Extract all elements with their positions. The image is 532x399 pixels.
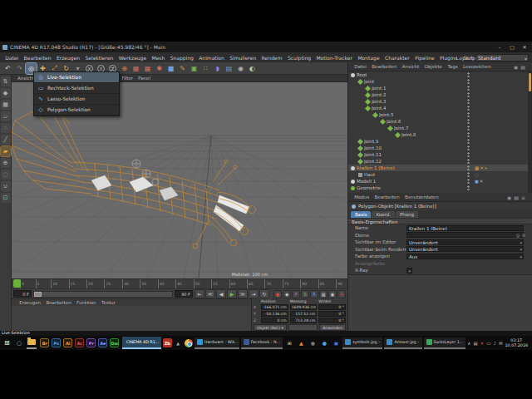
visibility-dots[interactable] <box>466 152 470 158</box>
blue-app-icon[interactable]: ● <box>319 340 329 346</box>
tray-chevron-icon[interactable]: ∧ <box>467 341 470 346</box>
viewport-menu-item[interactable]: Panel <box>135 76 153 81</box>
object-manager-menu-item[interactable]: Tags <box>445 64 461 69</box>
triangle-app-icon[interactable]: ▲ <box>296 340 306 346</box>
selection-menu-item[interactable]: ∿ Lasso-Selektion <box>34 94 119 105</box>
timeline-ruler[interactable]: 051015202530354045505560657075808590 <box>12 278 347 288</box>
menu-item[interactable]: Sculpting <box>285 55 313 61</box>
material-menu-item[interactable]: Erzeugen <box>17 300 43 305</box>
record-position-toggle[interactable]: P <box>292 290 300 298</box>
menu-item[interactable]: Bearbeiten <box>21 55 53 61</box>
menu-item[interactable]: Mesh <box>149 55 167 61</box>
file-explorer-button[interactable] <box>27 337 37 349</box>
object-tag-icon[interactable]: ✕ <box>480 165 484 171</box>
tree-row[interactable]: Root <box>348 71 532 78</box>
object-manager-menu-item[interactable]: Datei <box>352 64 369 69</box>
cortana-search-button[interactable]: ○ <box>14 337 25 349</box>
taskbar-clock[interactable]: 03:17 10.07.2016 <box>505 338 530 347</box>
redo-icon[interactable]: ↷ <box>14 63 25 74</box>
tree-row[interactable]: Joint.10 <box>348 145 532 151</box>
selection-menu-item[interactable]: ◎ Live-Selektion <box>34 72 119 83</box>
record-rotation-toggle[interactable]: R <box>310 290 318 298</box>
next-frame-button[interactable]: ≫ <box>238 289 248 298</box>
start-button[interactable]: ⊞ <box>2 337 12 349</box>
maximize-button[interactable]: ▢ <box>506 42 518 52</box>
viewport-menu-item[interactable]: Filter <box>119 76 135 81</box>
menu-item[interactable]: Motion-Tracker <box>313 55 355 61</box>
render-picture-viewer-icon[interactable]: ▦ <box>142 63 153 74</box>
volume-tray-icon[interactable]: ♪ <box>493 341 496 346</box>
am-history-icon[interactable]: ◉ <box>507 195 511 200</box>
end-frame-field[interactable]: 90 F <box>175 290 193 298</box>
minimize-button[interactable]: – <box>494 42 505 52</box>
subdivision-surface-icon[interactable]: ▣ <box>189 63 200 74</box>
object-manager-menu-item[interactable]: Objekte <box>421 64 445 69</box>
quantize-icon[interactable]: ⊡ <box>1 193 11 203</box>
menu-item[interactable]: Datei <box>2 55 21 61</box>
visibility-dots[interactable] <box>466 112 470 118</box>
tree-row[interactable]: Joint.5 <box>348 111 532 118</box>
taskbar-window-symbole[interactable]: symbole.jpg – <box>342 337 382 349</box>
coordinate-system-icon[interactable]: ⊕ <box>119 63 130 74</box>
tree-row[interactable]: Joint.2 <box>348 91 532 98</box>
snap-icon[interactable]: ∪ <box>1 181 11 191</box>
visibility-dots[interactable] <box>466 139 470 145</box>
camera-icon[interactable]: ◉ <box>235 63 246 74</box>
material-list-area[interactable] <box>12 306 251 331</box>
object-manager-scrollbar[interactable] <box>528 71 532 193</box>
tree-row[interactable]: Modell 1 ●✕ <box>348 178 532 185</box>
object-tag-icon[interactable]: ✕ <box>480 179 484 185</box>
position-field[interactable]: 0 cm <box>261 318 288 323</box>
light-icon[interactable]: ◐ <box>247 63 258 74</box>
visibility-dots[interactable] <box>466 165 470 171</box>
size-field[interactable]: 157.52 cm <box>290 311 318 317</box>
viewport-solo-icon[interactable]: ◌ <box>1 170 11 180</box>
taskbar-app-aftereffects[interactable]: Ae <box>98 337 107 349</box>
visibility-dots[interactable] <box>466 172 470 178</box>
basic-properties-section-header[interactable]: Basis-Eigenschaften <box>348 218 532 224</box>
menu-item[interactable]: Pipeline <box>412 55 437 61</box>
menu-item[interactable]: Simulieren <box>227 55 259 61</box>
attribute-menu-item[interactable]: Modus <box>352 195 372 200</box>
tree-row[interactable]: Joint.3 <box>348 98 532 105</box>
om-filter-icon[interactable]: ▤ <box>520 64 525 70</box>
goto-start-button[interactable]: ⇤ <box>195 289 204 298</box>
visibility-dots[interactable] <box>466 99 470 105</box>
keyframe-selection-button[interactable]: ◆ <box>283 290 291 298</box>
visibility-dots[interactable] <box>466 179 470 185</box>
taskbar-window-hardware[interactable]: Hardware - Wik... <box>195 337 239 349</box>
angle-field[interactable]: 0 ° <box>318 304 346 310</box>
menu-item[interactable]: Werkzeuge <box>116 55 150 61</box>
object-manager-menu-item[interactable]: Lesezeichen <box>461 64 494 69</box>
generator-array-icon[interactable]: ∷ <box>200 63 211 74</box>
edges-mode-icon[interactable]: ╱ <box>1 135 11 145</box>
menu-item[interactable]: Erzeugen <box>54 55 83 61</box>
previous-key-button[interactable]: ≪ <box>205 289 215 298</box>
attribute-field-input[interactable]: ▾ <box>406 232 524 238</box>
tree-row[interactable]: Joint.9 <box>348 138 532 145</box>
visibility-dots[interactable] <box>466 185 470 191</box>
attribute-tab[interactable]: Phong <box>396 211 418 218</box>
layer-field-icons[interactable]: ◎ ⊘ <box>516 233 525 238</box>
model-mode-icon[interactable]: ◆ <box>1 88 11 98</box>
scrollbar-thumb[interactable] <box>529 73 531 91</box>
position-field[interactable]: -50.136 cm <box>261 311 288 317</box>
taskbar-app-dark-icon[interactable]: ▲ <box>174 337 183 349</box>
menu-item[interactable]: Charakter <box>382 55 412 61</box>
taskbar-app-illustrator[interactable]: Ai <box>63 337 72 349</box>
tree-row[interactable]: Joint.6 <box>348 118 532 125</box>
angle-field[interactable]: 0 ° <box>318 318 346 323</box>
object-manager-menu-item[interactable]: Bearbeiten <box>369 64 400 69</box>
tree-row[interactable]: Joint <box>348 78 532 85</box>
tree-row[interactable]: Haut ◌ <box>348 171 532 178</box>
taskbar-window-facebook[interactable]: Facebook - N... <box>241 337 283 349</box>
visibility-dots[interactable] <box>466 126 470 131</box>
deformer-icon[interactable]: ◗ <box>212 63 223 74</box>
tree-row[interactable]: Krallen 1 (Beine) ▦✕» <box>348 165 532 171</box>
tree-row[interactable]: Joint.12 <box>348 158 532 165</box>
visibility-dots[interactable] <box>466 92 470 98</box>
dark-sphere-app-icon[interactable]: ● <box>308 340 318 346</box>
layout-select[interactable]: Standard▾ <box>475 54 529 62</box>
tree-row[interactable]: Joint.8 <box>348 131 532 138</box>
tree-row[interactable]: Joint.7 <box>348 125 532 131</box>
